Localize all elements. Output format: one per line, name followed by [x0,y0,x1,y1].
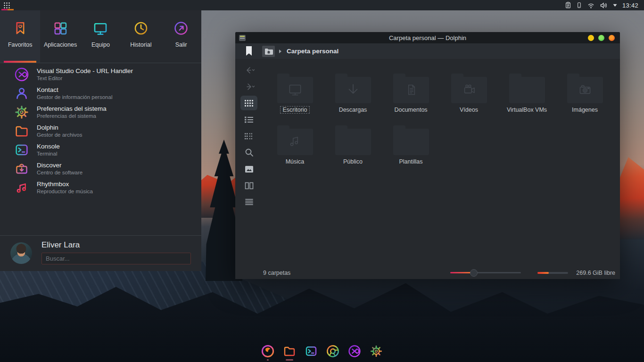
app-item-discover[interactable]: Discover Centro de software [0,159,201,178]
gear-icon [13,104,30,121]
tab-equipo[interactable]: Equipo [81,10,121,63]
details-view-icon [244,116,254,123]
konsole-icon [304,344,318,358]
tab-label: Favoritos [8,41,32,48]
network-icon[interactable] [587,2,595,9]
app-title: Visual Studio Code - URL Handler [37,67,133,75]
app-title: Kontact [37,86,112,94]
folder-label: Público [343,158,363,165]
folder-plantillas[interactable]: Plantillas [382,125,440,177]
app-item-system-settings[interactable]: Preferencias del sistema Preferencias de… [0,103,201,122]
back-button[interactable] [240,63,257,77]
forward-button[interactable] [240,79,257,94]
exit-arrow-icon [173,20,190,37]
clipboard-icon[interactable] [565,1,571,9]
hamburger-menu-icon [245,198,254,206]
dock-item-settings[interactable] [369,344,383,361]
top-panel: 13:42 [0,0,644,10]
forward-arrow-icon [243,83,255,90]
maximize-button[interactable] [598,35,604,41]
compact-view-icon [244,132,254,140]
app-launcher-button[interactable] [0,0,15,10]
folder-videos[interactable]: Vídeos [440,73,498,125]
terminal-icon [13,141,30,158]
breadcrumb[interactable]: Carpeta personal [287,48,339,55]
details-view-button[interactable] [240,112,257,127]
icons-view-button[interactable] [240,96,257,110]
running-indicator [286,359,293,361]
bookmark-heart-icon [12,20,29,37]
app-item-vscode[interactable]: Visual Studio Code - URL Handler Text Ed… [0,65,201,84]
minimize-button[interactable] [588,35,594,41]
folder-documentos[interactable]: Documentos [382,73,440,125]
titlebar[interactable]: Carpeta personal — Dolphin [235,32,620,43]
search-button[interactable] [240,145,257,160]
app-item-rhythmbox[interactable]: Rhythmbox Reproductor de música [0,178,201,197]
tab-salir[interactable]: Salir [161,10,201,63]
download-emblem-icon [344,81,362,99]
vscode-icon [347,344,362,358]
compact-view-button[interactable] [240,129,257,143]
close-button[interactable] [609,35,615,41]
desktop-emblem-icon [286,81,304,99]
dock-item-dolphin[interactable] [282,344,297,361]
vscode-icon [13,66,30,83]
image-preview-icon [245,165,254,173]
volume-icon[interactable] [600,2,608,9]
home-folder-button[interactable] [262,46,275,57]
system-tray: 13:42 [565,1,644,9]
folder-imagenes[interactable]: Imágenes [556,73,614,125]
folder-icon [13,123,30,140]
app-grid-squares-icon [52,20,69,37]
search-input[interactable] [41,253,191,264]
back-arrow-icon [243,66,255,74]
folder-label: Escritorio [281,107,309,113]
expand-tray-icon[interactable] [612,3,618,7]
video-emblem-icon [460,81,478,99]
settings-gear-icon [369,344,383,358]
app-subtitle: Gestor de archivos [37,132,83,138]
dock-item-firefox[interactable] [261,344,275,361]
search-icon [245,148,254,157]
app-title: Dolphin [37,124,83,132]
app-item-kontact[interactable]: Kontact Gestor de información personal [0,84,201,103]
app-item-konsole[interactable]: Konsole Terminal [0,140,201,159]
tab-favoritos[interactable]: Favoritos [0,10,40,63]
folder-label: Documentos [394,107,427,113]
folder-publico[interactable]: Público [324,125,382,177]
app-subtitle: Preferencias del sistema [37,113,107,119]
folder-virtualbox-vms[interactable]: VirtualBox VMs [498,73,556,125]
dock-item-konsole[interactable] [304,344,318,361]
window-title: Carpeta personal — Dolphin [235,34,620,41]
folder-descargas[interactable]: Descargas [324,73,382,125]
split-view-button[interactable] [240,178,257,193]
dock [261,344,383,362]
app-title: Preferencias del sistema [37,105,107,113]
clock-icon [132,20,149,37]
running-indicator [267,359,269,361]
folder-musica[interactable]: Música [266,125,324,177]
dock-item-vscode[interactable] [347,344,362,361]
folder-view[interactable]: Escritorio Descargas Documentos [263,59,620,266]
user-avatar[interactable] [10,242,32,264]
app-item-dolphin[interactable]: Dolphin Gestor de archivos [0,122,201,140]
folder-label: VirtualBox VMs [507,107,547,113]
clock[interactable]: 13:42 [622,2,638,9]
menu-button[interactable] [240,195,257,209]
tab-aplicaciones[interactable]: Aplicaciones [40,10,80,63]
zoom-slider[interactable] [450,272,521,273]
folder-label: Descargas [339,107,367,113]
application-launcher: Favoritos Aplicaciones Equipo Historial … [0,10,201,271]
dock-item-chrome[interactable] [326,344,340,361]
preview-button[interactable] [240,162,257,176]
folder-label: Plantillas [399,158,422,165]
disk-capacity-bar [537,272,568,274]
launcher-active-indicator [1,9,14,10]
zoom-slider-handle[interactable] [470,269,478,277]
chevron-right-icon [279,49,282,54]
folder-escritorio[interactable]: Escritorio [266,73,324,125]
phone-icon[interactable] [576,1,582,9]
statusbar: 9 carpetas 269.6 GiB libre [235,266,620,279]
tab-historial[interactable]: Historial [121,10,161,63]
bookmark-icon[interactable] [246,46,252,56]
